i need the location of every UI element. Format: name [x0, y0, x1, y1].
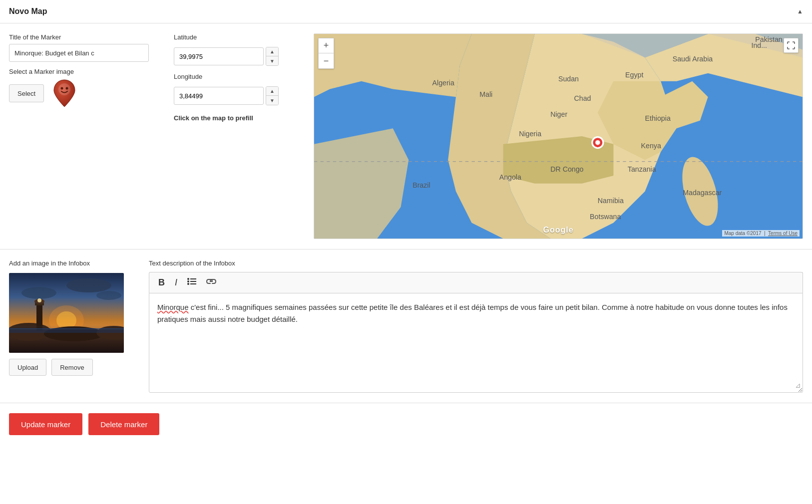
prefill-hint: Click on the map to prefill	[174, 114, 299, 122]
longitude-input-row: ▲ ▼	[174, 86, 299, 105]
infobox-text-label: Text description of the Infobox	[149, 259, 803, 267]
longitude-spinner: ▲ ▼	[266, 86, 279, 105]
map-terms[interactable]: Terms of Use	[768, 231, 798, 236]
marker-image-field-group: Select a Marker image Select	[9, 68, 159, 108]
svg-text:DR Congo: DR Congo	[550, 165, 583, 173]
panel-header: Novo Map ▲	[0, 0, 812, 23]
infobox-image-column: Add an image in the Infobox	[9, 259, 134, 393]
svg-point-40	[37, 298, 41, 302]
marker-pin-preview	[52, 78, 77, 108]
svg-text:Mali: Mali	[479, 90, 492, 98]
upload-button[interactable]: Upload	[9, 359, 46, 376]
top-section: Title of the Marker Select a Marker imag…	[0, 23, 812, 250]
map-copyright: Map data ©2017	[724, 231, 761, 236]
svg-point-26	[595, 140, 600, 145]
svg-point-2	[66, 87, 68, 90]
latitude-spinner: ▲ ▼	[266, 47, 279, 66]
marker-image-section: Select	[9, 78, 159, 108]
update-marker-button[interactable]: Update marker	[9, 413, 82, 435]
svg-text:Madagascar: Madagascar	[683, 189, 722, 197]
editor-content-area[interactable]: Minorque c'est fini... 5 magnifiques sem…	[149, 293, 803, 393]
title-input[interactable]	[9, 44, 149, 62]
link-button[interactable]	[203, 276, 219, 289]
map-svg: DR Congo Angola Namibia Botswana Tanzani…	[314, 34, 803, 239]
longitude-down-button[interactable]: ▼	[266, 96, 278, 105]
link-icon	[206, 277, 216, 285]
longitude-input[interactable]	[174, 87, 264, 105]
infobox-image-label: Add an image in the Infobox	[9, 259, 134, 267]
zoom-out-button[interactable]: −	[319, 53, 334, 68]
italic-button[interactable]: I	[172, 276, 180, 289]
upload-remove-row: Upload Remove	[9, 359, 134, 376]
editor-toolbar: B I	[149, 272, 803, 293]
title-field-group: Title of the Marker	[9, 33, 159, 62]
svg-text:Ethiopia: Ethiopia	[645, 114, 671, 122]
delete-marker-button[interactable]: Delete marker	[88, 413, 159, 435]
editor-body-text: c'est fini... 5 magnifiques semaines pas…	[157, 303, 788, 323]
latitude-input[interactable]	[174, 47, 264, 65]
actions-section: Update marker Delete marker	[0, 403, 812, 445]
bottom-section: Add an image in the Infobox	[0, 250, 812, 403]
map-fullscreen-button[interactable]	[784, 38, 799, 53]
svg-text:Brazil: Brazil	[412, 181, 430, 189]
latitude-up-button[interactable]: ▲	[266, 47, 278, 56]
rich-text-editor: B I	[149, 272, 803, 393]
svg-point-1	[61, 87, 63, 90]
svg-point-48	[187, 280, 189, 282]
bold-button[interactable]: B	[155, 276, 168, 289]
resize-handle[interactable]: ⊿	[795, 380, 801, 391]
google-logo: Google	[543, 226, 573, 235]
collapse-icon[interactable]: ▲	[797, 8, 803, 15]
svg-text:Niger: Niger	[550, 110, 567, 118]
infobox-image-svg	[9, 273, 124, 353]
latitude-label: Latitude	[174, 33, 299, 41]
map-footer: Map data ©2017 | Terms of Use	[722, 230, 800, 237]
svg-text:Sudan: Sudan	[558, 75, 579, 83]
longitude-group: Longitude ▲ ▼	[174, 73, 299, 105]
latitude-down-button[interactable]: ▼	[266, 56, 278, 65]
svg-point-30	[21, 287, 56, 299]
svg-point-49	[187, 283, 189, 285]
svg-point-0	[58, 83, 70, 95]
infobox-image-preview	[9, 273, 124, 353]
select-marker-image-label: Select a Marker image	[9, 68, 159, 75]
editor-first-word: Minorque	[157, 303, 189, 311]
svg-text:Algeria: Algeria	[432, 79, 454, 87]
longitude-up-button[interactable]: ▲	[266, 87, 278, 96]
svg-text:Egypt: Egypt	[625, 71, 643, 79]
map-zoom-controls: + −	[318, 38, 334, 69]
select-marker-image-button[interactable]: Select	[9, 84, 44, 102]
svg-text:Pakistan: Pakistan	[755, 35, 782, 43]
marker-pin-svg	[53, 79, 76, 108]
zoom-in-button[interactable]: +	[319, 38, 334, 53]
svg-text:Angola: Angola	[499, 173, 521, 181]
map-container[interactable]: DR Congo Angola Namibia Botswana Tanzani…	[314, 33, 803, 239]
svg-text:Saudi Arabia: Saudi Arabia	[673, 55, 713, 63]
list-button[interactable]	[184, 276, 199, 289]
svg-text:Kenya: Kenya	[641, 142, 661, 150]
remove-button[interactable]: Remove	[51, 359, 92, 376]
svg-text:Nigeria: Nigeria	[519, 130, 541, 138]
list-icon	[187, 277, 196, 285]
panel-title: Novo Map	[9, 7, 47, 16]
left-fields: Title of the Marker Select a Marker imag…	[9, 33, 159, 239]
svg-text:Chad: Chad	[574, 94, 591, 102]
svg-point-31	[66, 278, 111, 292]
svg-text:Botswana: Botswana	[590, 213, 621, 221]
svg-point-32	[96, 291, 121, 300]
fullscreen-icon	[787, 41, 795, 49]
mid-fields: Latitude ▲ ▼ Longitude ▲ ▼	[174, 33, 299, 239]
latitude-group: Latitude ▲ ▼	[174, 33, 299, 66]
svg-text:Tanzania: Tanzania	[628, 165, 656, 173]
svg-text:Namibia: Namibia	[598, 197, 624, 205]
latitude-input-row: ▲ ▼	[174, 47, 299, 66]
infobox-text-column: Text description of the Infobox B I	[149, 259, 803, 393]
longitude-label: Longitude	[174, 73, 299, 80]
title-label: Title of the Marker	[9, 33, 159, 41]
svg-point-47	[187, 278, 189, 280]
